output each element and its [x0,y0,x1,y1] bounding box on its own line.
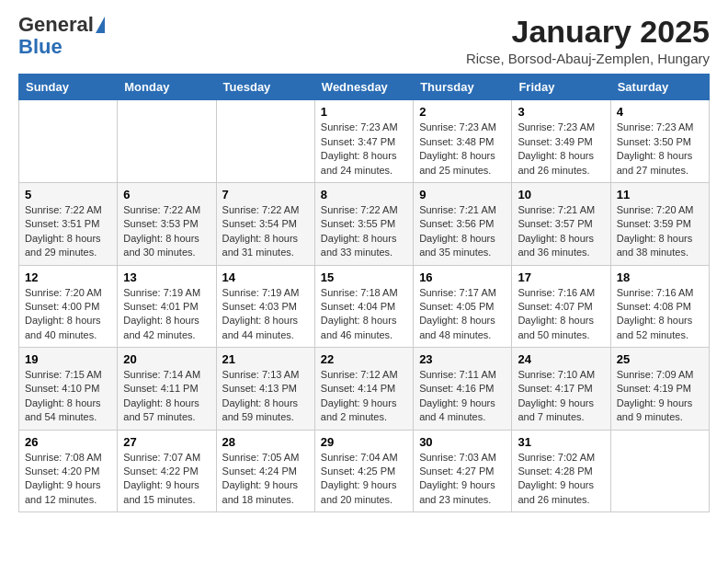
logo-general-text: General [18,15,94,35]
calendar-cell: 13Sunrise: 7:19 AMSunset: 4:01 PMDayligh… [118,265,216,348]
day-number: 6 [123,188,210,201]
day-info: Sunrise: 7:05 AMSunset: 4:24 PMDaylight:… [222,451,309,508]
day-number: 14 [222,270,309,284]
day-info: Sunrise: 7:16 AMSunset: 4:07 PMDaylight:… [518,286,604,343]
day-number: 22 [321,352,407,366]
day-info: Sunrise: 7:21 AMSunset: 3:56 PMDaylight:… [419,203,506,260]
day-info: Sunrise: 7:19 AMSunset: 4:03 PMDaylight:… [222,286,309,343]
calendar-week-row: 19Sunrise: 7:15 AMSunset: 4:10 PMDayligh… [19,348,710,431]
day-number: 1 [321,105,407,119]
calendar-cell: 22Sunrise: 7:12 AMSunset: 4:14 PMDayligh… [314,348,413,431]
day-number: 21 [222,352,309,366]
day-info: Sunrise: 7:23 AMSunset: 3:50 PMDaylight:… [617,121,703,178]
calendar-header: SundayMondayTuesdayWednesdayThursdayFrid… [19,75,710,100]
day-number: 13 [123,270,210,284]
header-row: SundayMondayTuesdayWednesdayThursdayFrid… [19,75,710,100]
calendar-cell: 18Sunrise: 7:16 AMSunset: 4:08 PMDayligh… [610,265,709,348]
day-number: 28 [222,435,309,449]
header-day-sunday: Sunday [19,75,118,100]
day-number: 19 [25,352,111,366]
day-info: Sunrise: 7:23 AMSunset: 3:47 PMDaylight:… [321,121,407,178]
calendar-cell: 17Sunrise: 7:16 AMSunset: 4:07 PMDayligh… [512,265,610,348]
day-number: 16 [419,270,506,284]
day-number: 7 [222,188,309,201]
title-block: January 2025 Ricse, Borsod-Abauj-Zemplen… [466,15,710,66]
day-number: 29 [321,435,407,449]
header-day-thursday: Thursday [414,75,512,100]
day-info: Sunrise: 7:19 AMSunset: 4:01 PMDaylight:… [123,286,210,343]
calendar-cell: 24Sunrise: 7:10 AMSunset: 4:17 PMDayligh… [512,348,610,431]
logo-triangle-icon [96,17,105,33]
day-number: 25 [617,352,703,366]
day-info: Sunrise: 7:09 AMSunset: 4:19 PMDaylight:… [617,368,703,425]
day-number: 9 [419,188,506,201]
calendar-cell: 25Sunrise: 7:09 AMSunset: 4:19 PMDayligh… [610,348,709,431]
calendar-cell: 5Sunrise: 7:22 AMSunset: 3:51 PMDaylight… [19,182,118,265]
day-info: Sunrise: 7:02 AMSunset: 4:28 PMDaylight:… [518,451,604,508]
day-number: 31 [518,435,604,449]
day-number: 12 [25,270,111,284]
day-info: Sunrise: 7:23 AMSunset: 3:49 PMDaylight:… [518,121,604,178]
calendar-cell: 27Sunrise: 7:07 AMSunset: 4:22 PMDayligh… [118,430,216,512]
day-info: Sunrise: 7:03 AMSunset: 4:27 PMDaylight:… [419,451,506,508]
day-number: 18 [617,270,703,284]
calendar-cell: 8Sunrise: 7:22 AMSunset: 3:55 PMDaylight… [314,182,413,265]
day-info: Sunrise: 7:20 AMSunset: 4:00 PMDaylight:… [25,286,111,343]
day-info: Sunrise: 7:21 AMSunset: 3:57 PMDaylight:… [518,203,604,260]
day-number: 24 [518,352,604,366]
calendar-week-row: 26Sunrise: 7:08 AMSunset: 4:20 PMDayligh… [19,430,710,512]
calendar-cell: 12Sunrise: 7:20 AMSunset: 4:00 PMDayligh… [19,265,118,348]
calendar-cell: 23Sunrise: 7:11 AMSunset: 4:16 PMDayligh… [414,348,512,431]
calendar-cell [19,100,118,183]
day-info: Sunrise: 7:20 AMSunset: 3:59 PMDaylight:… [617,203,703,260]
day-info: Sunrise: 7:15 AMSunset: 4:10 PMDaylight:… [25,368,111,425]
day-number: 5 [25,188,111,201]
calendar-cell: 10Sunrise: 7:21 AMSunset: 3:57 PMDayligh… [512,182,610,265]
calendar-cell: 2Sunrise: 7:23 AMSunset: 3:48 PMDaylight… [414,100,512,183]
day-number: 27 [123,435,210,449]
calendar-cell: 7Sunrise: 7:22 AMSunset: 3:54 PMDaylight… [216,182,314,265]
calendar-cell: 28Sunrise: 7:05 AMSunset: 4:24 PMDayligh… [216,430,314,512]
calendar-table: SundayMondayTuesdayWednesdayThursdayFrid… [18,74,710,512]
day-info: Sunrise: 7:16 AMSunset: 4:08 PMDaylight:… [617,286,703,343]
calendar-cell [610,430,709,512]
header-day-friday: Friday [512,75,610,100]
calendar-cell: 20Sunrise: 7:14 AMSunset: 4:11 PMDayligh… [118,348,216,431]
calendar-cell: 4Sunrise: 7:23 AMSunset: 3:50 PMDaylight… [610,100,709,183]
day-info: Sunrise: 7:11 AMSunset: 4:16 PMDaylight:… [419,368,506,425]
calendar-cell: 19Sunrise: 7:15 AMSunset: 4:10 PMDayligh… [19,348,118,431]
logo-blue-text: Blue [18,35,63,59]
day-info: Sunrise: 7:22 AMSunset: 3:53 PMDaylight:… [123,203,210,260]
calendar-cell: 1Sunrise: 7:23 AMSunset: 3:47 PMDaylight… [314,100,413,183]
location-text: Ricse, Borsod-Abauj-Zemplen, Hungary [466,51,710,66]
day-info: Sunrise: 7:18 AMSunset: 4:04 PMDaylight:… [321,286,407,343]
day-info: Sunrise: 7:13 AMSunset: 4:13 PMDaylight:… [222,368,309,425]
calendar-cell: 15Sunrise: 7:18 AMSunset: 4:04 PMDayligh… [314,265,413,348]
calendar-cell: 26Sunrise: 7:08 AMSunset: 4:20 PMDayligh… [19,430,118,512]
header-day-monday: Monday [118,75,216,100]
day-info: Sunrise: 7:22 AMSunset: 3:54 PMDaylight:… [222,203,309,260]
day-number: 10 [518,188,604,201]
calendar-cell [118,100,216,183]
calendar-cell: 30Sunrise: 7:03 AMSunset: 4:27 PMDayligh… [414,430,512,512]
calendar-cell: 16Sunrise: 7:17 AMSunset: 4:05 PMDayligh… [414,265,512,348]
calendar-cell: 11Sunrise: 7:20 AMSunset: 3:59 PMDayligh… [610,182,709,265]
day-info: Sunrise: 7:22 AMSunset: 3:51 PMDaylight:… [25,203,111,260]
day-number: 26 [25,435,111,449]
calendar-cell: 21Sunrise: 7:13 AMSunset: 4:13 PMDayligh… [216,348,314,431]
calendar-body: 1Sunrise: 7:23 AMSunset: 3:47 PMDaylight… [19,100,710,512]
calendar-cell: 3Sunrise: 7:23 AMSunset: 3:49 PMDaylight… [512,100,610,183]
header-day-saturday: Saturday [610,75,709,100]
calendar-cell: 31Sunrise: 7:02 AMSunset: 4:28 PMDayligh… [512,430,610,512]
day-number: 30 [419,435,506,449]
calendar-cell [216,100,314,183]
day-number: 15 [321,270,407,284]
day-info: Sunrise: 7:10 AMSunset: 4:17 PMDaylight:… [518,368,604,425]
header-day-tuesday: Tuesday [216,75,314,100]
day-info: Sunrise: 7:07 AMSunset: 4:22 PMDaylight:… [123,451,210,508]
day-number: 8 [321,188,407,201]
month-title: January 2025 [466,15,710,49]
day-number: 11 [617,188,703,201]
day-info: Sunrise: 7:14 AMSunset: 4:11 PMDaylight:… [123,368,210,425]
day-number: 2 [419,105,506,119]
